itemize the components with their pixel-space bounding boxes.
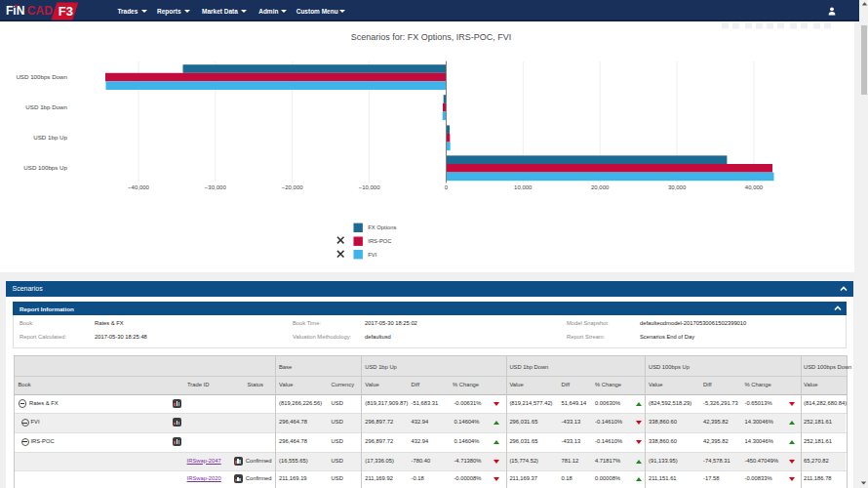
svg-text:0: 0 [445, 184, 449, 190]
svg-text:USD 1bp Up: USD 1bp Up [33, 134, 67, 141]
svg-text:F3: F3 [59, 4, 73, 19]
svg-text:USD 1bp Down: USD 1bp Down [25, 103, 67, 110]
svg-text:−40,000: −40,000 [128, 184, 150, 190]
svg-text:USD 100bps Down: USD 100bps Down [16, 73, 67, 80]
svg-text:Scenarios for: FX Options, IRS: Scenarios for: FX Options, IRS-POC, FVI [351, 32, 512, 42]
svg-text:FVI: FVI [368, 252, 376, 258]
svg-text:IRS-POC: IRS-POC [368, 238, 391, 244]
svg-text:10,000: 10,000 [514, 184, 533, 190]
svg-text:FX Options: FX Options [368, 224, 396, 230]
svg-text:20,000: 20,000 [591, 184, 610, 190]
svg-text:−30,000: −30,000 [205, 184, 227, 190]
svg-text:−20,000: −20,000 [282, 184, 304, 190]
svg-text:−10,000: −10,000 [359, 184, 381, 190]
svg-text:40,000: 40,000 [745, 184, 764, 190]
svg-text:CAD: CAD [27, 4, 53, 18]
svg-text:USD 100bps Up: USD 100bps Up [23, 164, 67, 171]
svg-text:30,000: 30,000 [668, 184, 687, 190]
